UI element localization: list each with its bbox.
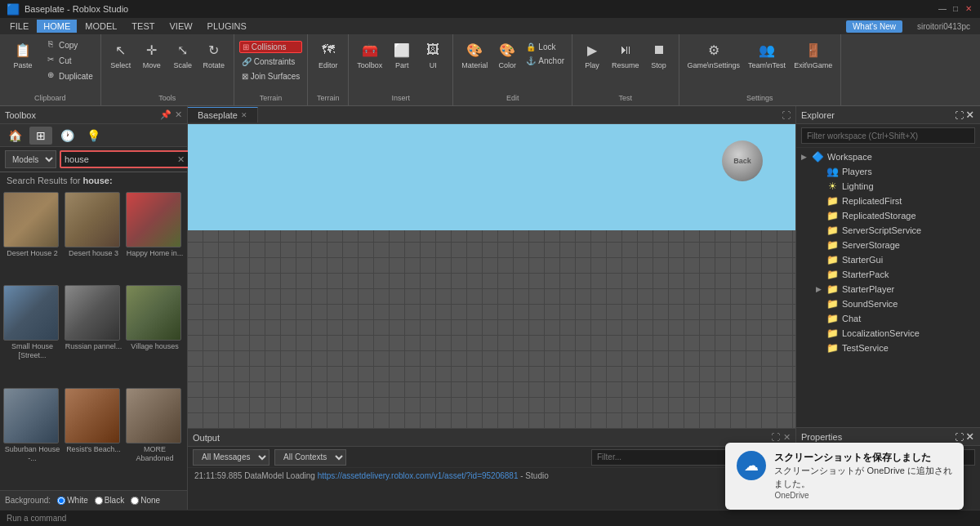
- tree-item-players[interactable]: 👥 Players: [796, 164, 980, 179]
- list-item[interactable]: Resist's Beach...: [65, 388, 122, 487]
- stop-button[interactable]: ⏹ Stop: [644, 38, 674, 72]
- copy-button[interactable]: ⎘ Copy: [42, 38, 96, 52]
- toolbox-tabs: 🏠 ⊞ 🕐 💡: [0, 124, 187, 147]
- tree-item-localizationservice[interactable]: 📁 LocalizationService: [796, 326, 980, 341]
- bg-white-option[interactable]: White: [57, 496, 88, 505]
- properties-title: Properties: [801, 432, 842, 442]
- paste-button[interactable]: 📋 Paste: [5, 38, 41, 72]
- category-select[interactable]: Models: [5, 150, 56, 168]
- move-button[interactable]: ✛ Move: [137, 38, 167, 72]
- exit-game-button[interactable]: 🚪 Exit\nGame: [791, 38, 835, 72]
- properties-pin-icon[interactable]: ⛶: [955, 432, 964, 442]
- explorer-pin-icon[interactable]: ⛶: [955, 110, 964, 120]
- viewport-maximize-icon[interactable]: ⛶: [782, 110, 791, 120]
- list-item[interactable]: Desert House 2: [3, 192, 61, 282]
- explorer-filter-input[interactable]: [801, 127, 975, 144]
- properties-close-icon[interactable]: ✕: [966, 432, 975, 442]
- list-item[interactable]: Village houses: [126, 285, 184, 384]
- bg-black-option[interactable]: Black: [95, 496, 124, 505]
- menu-file[interactable]: FILE: [3, 20, 35, 33]
- tree-item-chat[interactable]: 📁 Chat: [796, 311, 980, 326]
- model-label: Desert house 3: [65, 249, 122, 258]
- whats-new-button[interactable]: What's New: [846, 20, 902, 33]
- output-close-icon[interactable]: ✕: [783, 432, 791, 443]
- game-settings-button[interactable]: ⚙ Game\nSettings: [684, 38, 744, 72]
- viewport-tab-close[interactable]: ✕: [241, 111, 247, 119]
- anchor-button[interactable]: ⚓ Anchor: [523, 55, 567, 67]
- tab-recent[interactable]: 🕐: [56, 127, 78, 145]
- play-button[interactable]: ▶ Play: [577, 38, 607, 72]
- statusbar: Run a command: [0, 510, 980, 526]
- join-surfaces-button[interactable]: ⊠ Join Surfaces: [239, 70, 303, 82]
- move-icon: ✛: [142, 40, 162, 60]
- tab-marketplace[interactable]: ⊞: [29, 127, 52, 145]
- chat-icon: 📁: [826, 312, 839, 325]
- list-item[interactable]: Small House [Street...: [3, 285, 61, 384]
- notification-text: スクリーンショットを保存しました スクリーンショットが OneDrive に追加…: [774, 451, 952, 501]
- tree-item-replicatedfirst[interactable]: 📁 ReplicatedFirst: [796, 194, 980, 208]
- explorer-title: Explorer: [801, 110, 835, 120]
- rotate-button[interactable]: ↻ Rotate: [199, 38, 229, 72]
- explorer-close-icon[interactable]: ✕: [966, 110, 975, 120]
- replicated-storage-icon: 📁: [826, 209, 839, 222]
- messages-dropdown[interactable]: All Messages: [193, 449, 270, 466]
- constraints-button[interactable]: 🔗 Constraints: [239, 56, 303, 68]
- resume-button[interactable]: ⏯ Resume: [608, 38, 643, 72]
- search-input[interactable]: [65, 154, 177, 164]
- list-item[interactable]: Russian pannel...: [65, 285, 122, 384]
- list-item[interactable]: Suburban House -...: [3, 388, 61, 487]
- toolbox-close-icon[interactable]: ✕: [175, 109, 182, 120]
- output-log-link[interactable]: https://assetdelivery.roblox.com/v1/asse…: [318, 471, 519, 480]
- testservice-icon: 📁: [826, 341, 839, 354]
- menu-view[interactable]: VIEW: [163, 20, 198, 33]
- duplicate-button[interactable]: ⊕ Duplicate: [42, 69, 96, 83]
- tree-item-testservice[interactable]: 📁 TestService: [796, 341, 980, 355]
- material-button[interactable]: 🎨 Material: [458, 38, 491, 72]
- tree-item-soundservice[interactable]: 📁 SoundService: [796, 296, 980, 311]
- terrain-grid: [188, 230, 795, 428]
- lock-button[interactable]: 🔒 Lock: [523, 41, 567, 53]
- close-button[interactable]: ✕: [964, 4, 973, 14]
- viewport-navigation-sphere[interactable]: Back: [722, 140, 763, 181]
- color-button[interactable]: 🎨 Color: [492, 38, 522, 72]
- tree-item-serverscriptservice[interactable]: 📁 ServerScriptService: [796, 223, 980, 238]
- ribbon-test-group: ▶ Play ⏯ Resume ⏹ Stop Test: [572, 34, 679, 105]
- list-item[interactable]: Desert house 3: [65, 192, 122, 282]
- part-button[interactable]: ⬜ Part: [387, 38, 416, 72]
- tree-item-lighting[interactable]: ☀ Lighting: [796, 179, 980, 194]
- menu-test[interactable]: TEST: [125, 20, 161, 33]
- tree-item-starterplayer[interactable]: ▶ 📁 StarterPlayer: [796, 282, 980, 296]
- tab-models[interactable]: 🏠: [3, 127, 26, 145]
- team-test-button[interactable]: 👥 Team\nTest: [745, 38, 789, 72]
- notification-icon: ☁: [737, 451, 766, 480]
- toolbox-button[interactable]: 🧰 Toolbox: [354, 38, 385, 72]
- viewport-tab-baseplate[interactable]: Baseplate ✕: [188, 107, 258, 123]
- tree-item-starterpack[interactable]: 📁 StarterPack: [796, 267, 980, 282]
- viewport[interactable]: Back: [188, 124, 795, 428]
- tab-favorites[interactable]: 💡: [82, 127, 105, 145]
- cut-button[interactable]: ✂ Cut: [42, 53, 96, 68]
- bg-none-option[interactable]: None: [131, 496, 160, 505]
- menu-plugins[interactable]: PLUGINS: [201, 20, 253, 33]
- menu-model[interactable]: MODEL: [78, 20, 123, 33]
- maximize-button[interactable]: □: [951, 4, 960, 14]
- list-item[interactable]: Happy Home in...: [126, 192, 184, 282]
- toolbox-pin-icon[interactable]: 📌: [160, 109, 172, 120]
- collisions-button[interactable]: ⊞ Collisions: [239, 41, 303, 53]
- select-button[interactable]: ↖ Select: [106, 38, 136, 72]
- ui-button[interactable]: 🖼 UI: [418, 38, 448, 72]
- clear-search-button[interactable]: ✕: [177, 154, 185, 165]
- contexts-dropdown[interactable]: All Contexts: [274, 449, 346, 466]
- tree-item-startergui[interactable]: 📁 StarterGui: [796, 252, 980, 267]
- output-pin-icon[interactable]: ⛶: [771, 432, 780, 443]
- tree-item-serverstorage[interactable]: 📁 ServerStorage: [796, 238, 980, 252]
- minimize-button[interactable]: —: [938, 4, 947, 14]
- scale-button[interactable]: ⤡ Scale: [168, 38, 198, 72]
- tree-item-replicatedstorage[interactable]: 📁 ReplicatedStorage: [796, 208, 980, 223]
- tree-item-workspace[interactable]: ▶ 🔷 Workspace: [796, 149, 980, 164]
- menu-home[interactable]: HOME: [37, 20, 77, 33]
- editor-button[interactable]: 🗺 Editor: [314, 38, 343, 72]
- list-item[interactable]: MORE Abandoned: [126, 388, 184, 487]
- scale-icon: ⤡: [173, 40, 193, 60]
- starterpack-icon: 📁: [826, 268, 839, 281]
